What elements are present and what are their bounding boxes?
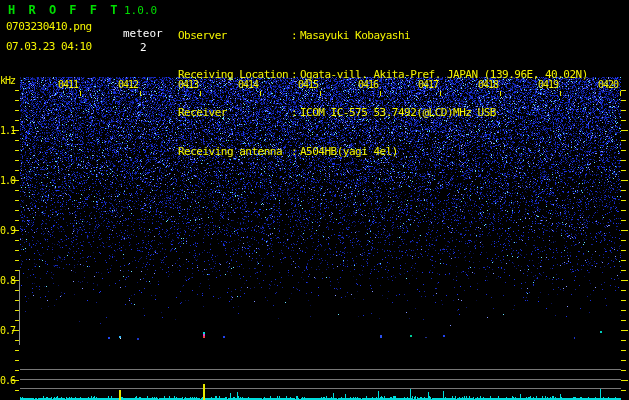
output-filename: 0703230410.png: [6, 20, 92, 33]
time-tick-label: 0413: [175, 79, 201, 90]
freq-tick-label: 1.0: [0, 175, 14, 186]
freq-tick-label: 0.6: [0, 375, 14, 386]
time-tick-label: 0411: [55, 79, 81, 90]
freq-tick-label: 0.7: [0, 325, 14, 336]
freq-tick-label: 0.8: [0, 275, 14, 286]
info-row-antenna: Receiving antenna:A504HB(yagi 4el): [178, 146, 628, 159]
info-separator: :: [291, 146, 300, 159]
info-value: A504HB(yagi 4el): [300, 146, 398, 159]
freq-tick-label: 1.1: [0, 125, 14, 136]
info-separator: :: [291, 30, 300, 43]
app-title: H R O F F T: [8, 3, 120, 17]
app-version: 1.0.0: [124, 4, 157, 17]
freq-tick-label: 0.9: [0, 225, 14, 236]
info-label: Observer: [178, 30, 291, 43]
info-label: Receiving antenna: [178, 146, 291, 159]
time-tick-label: 0419: [535, 79, 561, 90]
info-row-observer: Observer:Masayuki Kobayashi: [178, 30, 628, 43]
observation-mode-label: meteor: [123, 27, 163, 40]
time-tick-label: 0416: [355, 79, 381, 90]
observation-datetime: 07.03.23 04:10: [6, 40, 92, 53]
time-tick-label: 0420: [595, 79, 621, 90]
info-value: Masayuki Kobayashi: [300, 30, 410, 43]
time-tick-label: 0412: [115, 79, 141, 90]
time-tick-label: 0414: [235, 79, 261, 90]
info-value: ICOM IC-575 53.7492(@LCD)MHz USB: [300, 107, 496, 120]
freq-axis-unit-label: kHz: [0, 75, 15, 86]
time-tick-label: 0417: [415, 79, 441, 90]
info-separator: :: [291, 107, 300, 120]
time-tick-label: 0415: [295, 79, 321, 90]
station-info: Observer:Masayuki Kobayashi Receiving Lo…: [178, 4, 628, 184]
info-row-receiver: Receiver:ICOM IC-575 53.7492(@LCD)MHz US…: [178, 107, 628, 120]
info-label: Receiver: [178, 107, 291, 120]
time-tick-label: 0418: [475, 79, 501, 90]
hrofft-output-image: H R O F F T 1.0.0 0703230410.png meteor …: [0, 0, 629, 400]
meteor-count: 2: [140, 41, 147, 54]
